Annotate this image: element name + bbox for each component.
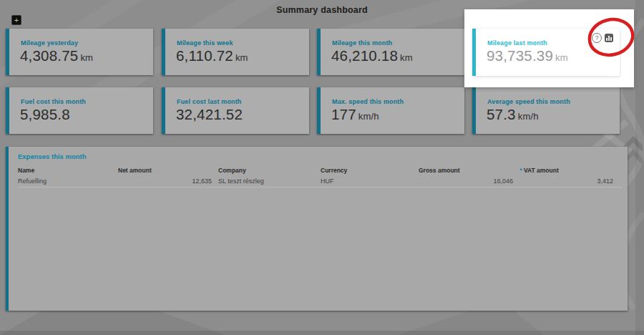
table-header-row: Name Net amount Company Currency Gross a…: [18, 165, 628, 175]
help-icon[interactable]: ?: [592, 33, 602, 43]
card-unit: km: [80, 52, 93, 63]
sort-asc-icon: ▲: [519, 167, 523, 171]
column-header-currency[interactable]: Currency: [321, 167, 419, 174]
card-unit: km/h: [518, 111, 539, 122]
card-label: Mileage yesterday: [21, 39, 153, 47]
card-mileage-this-week: Mileage this week 6,110.72km: [162, 29, 309, 75]
expenses-table-title: Expenses this month: [18, 152, 628, 160]
card-value: 6,110.72km: [176, 47, 309, 64]
card-mileage-last-month: ? Mileage last month 93,735.39km: [472, 29, 620, 76]
table-row[interactable]: Refuelling 12,635 SL teszt részleg HUF 1…: [18, 175, 623, 188]
column-header-gross-amount[interactable]: Gross amount: [419, 167, 513, 174]
card-value: 4,308.75km: [20, 47, 153, 64]
card-label: Average speed this month: [487, 98, 620, 105]
card-label: Mileage this week: [177, 39, 309, 47]
card-average-speed-this-month: Average speed this month 57.3km/h: [472, 87, 620, 134]
cell-name: Refuelling: [18, 178, 118, 185]
column-header-vat-amount[interactable]: ▲VAT amount: [513, 167, 613, 174]
card-value: 57.3km/h: [487, 106, 620, 123]
cell-net-amount: 12,635: [118, 178, 218, 185]
card-value: 32,421.52: [176, 106, 309, 123]
plus-icon: +: [14, 16, 19, 24]
card-value: 46,210.18km: [331, 47, 464, 64]
card-max-speed-this-month: Max. speed this month 177km/h: [317, 87, 464, 134]
expenses-table-card: Expenses this month Name Net amount Comp…: [6, 147, 628, 311]
cell-currency: HUF: [321, 178, 419, 185]
card-fuel-cost-this-month: Fuel cost this month 5,985.8: [6, 87, 153, 134]
column-header-company[interactable]: Company: [218, 167, 321, 174]
card-mileage-this-month: Mileage this month 46,210.18km: [317, 29, 464, 75]
card-label: Max. speed this month: [332, 98, 464, 105]
cell-vat-amount: 3,412: [513, 178, 613, 185]
card-label: Mileage this month: [332, 39, 464, 47]
card-mileage-yesterday: Mileage yesterday 4,308.75km: [6, 29, 153, 75]
card-icon-group: ?: [592, 33, 613, 43]
column-header-name[interactable]: Name: [18, 167, 118, 174]
card-unit: km: [555, 52, 568, 63]
summary-dashboard-page: Summary dashboard + Mileage yesterday 4,…: [0, 0, 644, 335]
add-button[interactable]: +: [11, 15, 21, 25]
card-value: 93,735.39km: [487, 47, 620, 64]
card-value: 5,985.8: [20, 106, 153, 123]
card-unit: km/h: [358, 111, 379, 122]
bar-chart-icon[interactable]: [605, 34, 613, 42]
cell-gross-amount: 16,046: [419, 178, 513, 185]
card-unit: km: [400, 52, 413, 63]
cell-company: SL teszt részleg: [218, 178, 321, 185]
card-fuel-cost-last-month: Fuel cost last month 32,421.52: [162, 87, 309, 134]
card-label: Fuel cost this month: [21, 98, 153, 105]
column-header-net-amount[interactable]: Net amount: [118, 167, 218, 174]
card-label: Fuel cost last month: [177, 98, 309, 105]
card-unit: km: [235, 52, 248, 63]
card-value: 177km/h: [331, 106, 464, 123]
